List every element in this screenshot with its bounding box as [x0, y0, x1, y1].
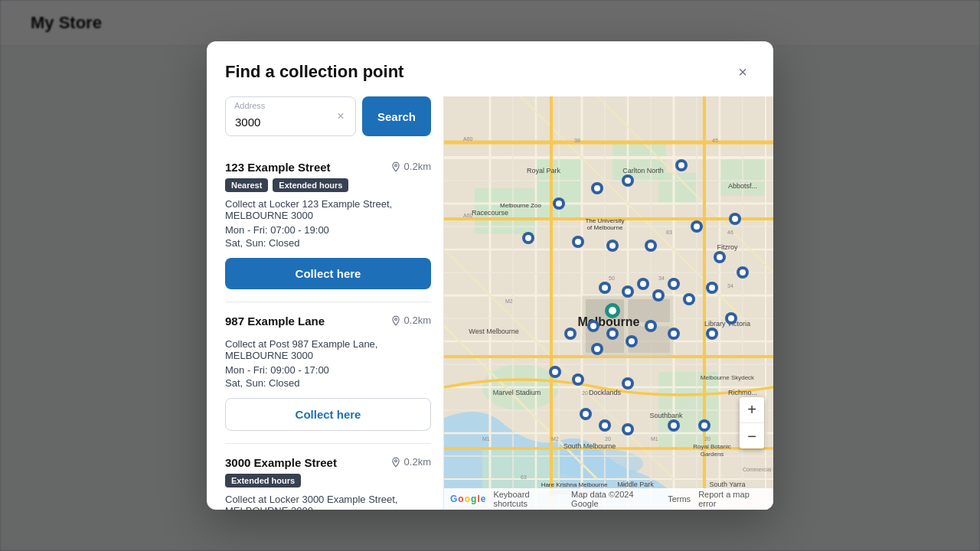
distance-3: 0.2km — [390, 456, 431, 468]
svg-point-95 — [594, 185, 600, 191]
location-name-3: 3000 Example Street — [225, 456, 337, 469]
modal-overlay: Find a collection point × Address × Sear… — [0, 0, 980, 551]
svg-point-109 — [648, 243, 654, 249]
map-zoom-controls: + − — [740, 397, 764, 448]
svg-point-165 — [701, 422, 707, 429]
svg-text:Royal Botanic: Royal Botanic — [693, 443, 730, 450]
svg-point-161 — [625, 426, 631, 432]
svg-text:Richmo...: Richmo... — [728, 389, 757, 396]
svg-text:20: 20 — [582, 390, 588, 396]
svg-text:of Melbourne: of Melbourne — [587, 224, 623, 231]
card-header-2: 987 Example Lane 0.2km — [225, 315, 431, 328]
zoom-in-button[interactable]: + — [740, 397, 764, 422]
svg-point-105 — [575, 239, 581, 245]
svg-point-141 — [648, 323, 654, 329]
svg-point-0 — [394, 164, 397, 166]
svg-point-4 — [551, 448, 643, 479]
distance-2: 0.2km — [390, 315, 431, 326]
clear-button[interactable]: × — [333, 109, 348, 124]
svg-text:46: 46 — [727, 230, 733, 235]
svg-text:Carlton North: Carlton North — [622, 167, 664, 174]
svg-text:Marvel Stadium: Marvel Stadium — [493, 389, 541, 396]
location-address-2: Collect at Post 987 Example Lane, MELBOU… — [225, 338, 431, 361]
svg-point-127 — [671, 281, 677, 287]
terms-link[interactable]: Terms — [668, 494, 691, 504]
svg-point-167 — [609, 307, 616, 315]
svg-text:50: 50 — [609, 276, 615, 281]
svg-text:Docklands: Docklands — [589, 389, 622, 396]
location-card-3: 3000 Example Street 0.2km Extended hours — [225, 444, 431, 510]
svg-text:20: 20 — [704, 436, 710, 442]
locations-panel: Address × Search 123 Example Street — [207, 96, 444, 510]
svg-point-121 — [625, 289, 631, 295]
address-input-wrap: Address × — [225, 96, 356, 136]
report-link[interactable]: Report a map error — [698, 490, 767, 508]
card-header-3: 3000 Example Street 0.2km — [225, 456, 431, 469]
svg-point-131 — [709, 285, 715, 291]
svg-point-163 — [671, 422, 677, 429]
svg-point-1 — [394, 318, 397, 320]
address-label: Address — [234, 101, 265, 110]
svg-point-115 — [717, 254, 723, 260]
svg-text:Abbotsf...: Abbotsf... — [728, 182, 757, 190]
search-button[interactable]: Search — [362, 96, 431, 136]
pin-icon-1 — [390, 161, 401, 172]
badge-nearest: Nearest — [225, 178, 268, 192]
location-card-1: 123 Example Street 0.2km Nearest Extende… — [225, 148, 431, 302]
badge-extended-1: Extended hours — [273, 178, 348, 192]
svg-text:Fitzroy: Fitzroy — [717, 243, 739, 251]
close-button[interactable]: × — [730, 60, 755, 84]
svg-rect-7 — [612, 142, 666, 181]
modal-body: Address × Search 123 Example Street — [207, 96, 773, 510]
svg-text:A60: A60 — [463, 213, 473, 218]
svg-text:M1: M1 — [482, 436, 490, 442]
svg-text:Racecourse: Racecourse — [472, 209, 508, 217]
pin-icon-2 — [390, 315, 401, 326]
modal-header: Find a collection point × — [207, 41, 773, 96]
svg-text:63: 63 — [521, 474, 527, 480]
svg-text:Melbourne Skydeck: Melbourne Skydeck — [701, 374, 755, 381]
distance-value-3: 0.2km — [404, 456, 431, 468]
svg-point-113 — [732, 216, 738, 222]
svg-point-155 — [728, 315, 734, 321]
map-container[interactable]: Melbourne Racecourse Royal Park Carlton … — [444, 96, 773, 510]
svg-point-101 — [556, 201, 562, 207]
svg-point-147 — [575, 377, 581, 383]
collect-button-1[interactable]: Collect here — [225, 258, 431, 289]
svg-point-149 — [625, 380, 631, 386]
location-hours-weekend-2: Sat, Sun: Closed — [225, 377, 431, 389]
search-row: Address × Search — [225, 96, 431, 136]
badge-extended-3: Extended hours — [225, 474, 301, 487]
svg-point-119 — [602, 285, 608, 291]
google-logo: Google — [450, 494, 485, 504]
location-card-2: 987 Example Lane 0.2km Collect at Post 9… — [225, 302, 431, 444]
svg-text:38: 38 — [574, 138, 580, 143]
zoom-out-button[interactable]: − — [740, 424, 764, 448]
svg-point-129 — [686, 296, 692, 302]
svg-point-103 — [525, 235, 531, 241]
svg-text:Gardens: Gardens — [701, 451, 724, 458]
location-address-3: Collect at Locker 3000 Example Street, M… — [225, 494, 431, 510]
svg-text:83: 83 — [666, 230, 672, 235]
svg-text:Hare Krishna Melbourne: Hare Krishna Melbourne — [541, 481, 608, 488]
location-address-1: Collect at Locker 123 Example Street, ME… — [225, 198, 431, 221]
svg-point-139 — [629, 338, 635, 344]
svg-text:M2: M2 — [551, 436, 559, 442]
map-attribution: Map data ©2024 Google — [571, 490, 660, 508]
pin-icon-3 — [390, 457, 401, 468]
location-hours-weekend-1: Sat, Sun: Closed — [225, 237, 431, 249]
svg-point-135 — [609, 331, 616, 337]
collect-button-2[interactable]: Collect here — [225, 398, 431, 431]
svg-text:M1: M1 — [651, 436, 658, 442]
svg-point-143 — [567, 331, 573, 337]
zoom-divider — [740, 422, 764, 423]
location-hours-weekday-1: Mon - Fri: 07:00 - 19:00 — [225, 224, 431, 236]
collection-point-modal: Find a collection point × Address × Sear… — [207, 41, 773, 510]
svg-text:Royal Park: Royal Park — [527, 167, 561, 174]
map-svg: Melbourne Racecourse Royal Park Carlton … — [444, 96, 773, 510]
svg-point-157 — [583, 411, 589, 417]
svg-text:Melbourne Zoo: Melbourne Zoo — [500, 202, 541, 209]
svg-text:45: 45 — [712, 138, 718, 143]
svg-point-2 — [394, 459, 397, 461]
keyboard-shortcuts-link[interactable]: Keyboard shortcuts — [493, 490, 564, 508]
